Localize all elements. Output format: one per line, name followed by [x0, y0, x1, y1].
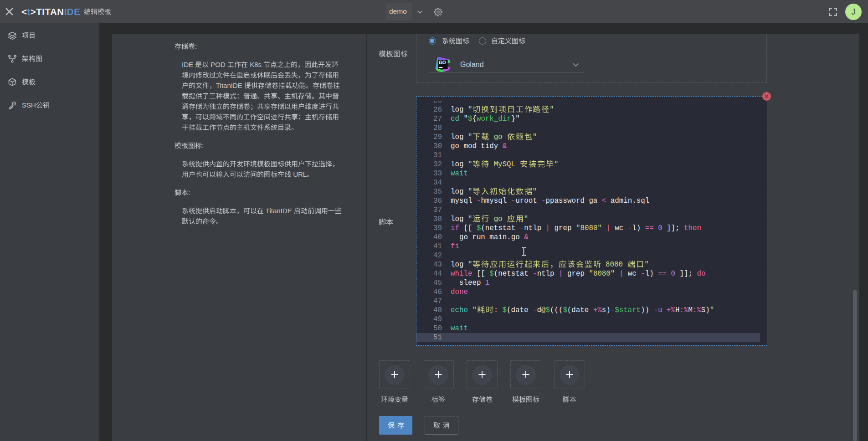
svg-text:GO: GO — [439, 60, 446, 65]
